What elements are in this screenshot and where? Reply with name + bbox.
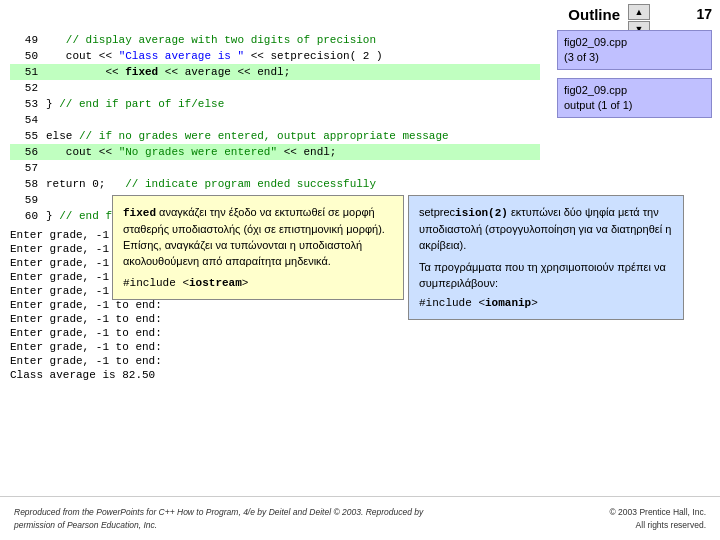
code-line-55: 55 else // if no grades were entered, ou…	[10, 128, 540, 144]
code-line-50: 50 cout << "Class average is " << setpre…	[10, 48, 540, 64]
tooltip-left: fixed αναγκάζει την έξοδο να εκτυπωθεί σ…	[112, 195, 404, 300]
right-panel: fig02_09.cpp (3 of 3) fig02_09.cpp outpu…	[557, 30, 712, 126]
code-line-53: 53 } // end if part of if/else	[10, 96, 540, 112]
code-line-49: 49 // display average with two digits of…	[10, 32, 540, 48]
bottom-bar: Reproduced from the PowerPoints for C++ …	[0, 496, 720, 540]
bottom-left-text: Reproduced from the PowerPoints for C++ …	[14, 506, 434, 532]
info-box-2: fig02_09.cpp output (1 of 1)	[557, 78, 712, 118]
bottom-right-text: © 2003 Prentice Hall, Inc. All rights re…	[609, 506, 706, 532]
code-line-54: 54	[10, 112, 540, 128]
slide-number: 17	[696, 6, 712, 22]
outline-label: Outline	[568, 6, 620, 23]
nav-up-button[interactable]: ▲	[628, 4, 650, 20]
code-line-56: 56 cout << "No grades were entered" << e…	[10, 144, 540, 160]
tooltip-right: setprecision(2) εκτυπώνει δύο ψηφία μετά…	[408, 195, 684, 320]
code-line-58: 58 return 0; // indicate program ended s…	[10, 176, 540, 192]
code-line-57: 57	[10, 160, 540, 176]
code-line-52: 52	[10, 80, 540, 96]
code-line-51: 51 << fixed << average << endl;	[10, 64, 540, 80]
info-box-1: fig02_09.cpp (3 of 3)	[557, 30, 712, 70]
